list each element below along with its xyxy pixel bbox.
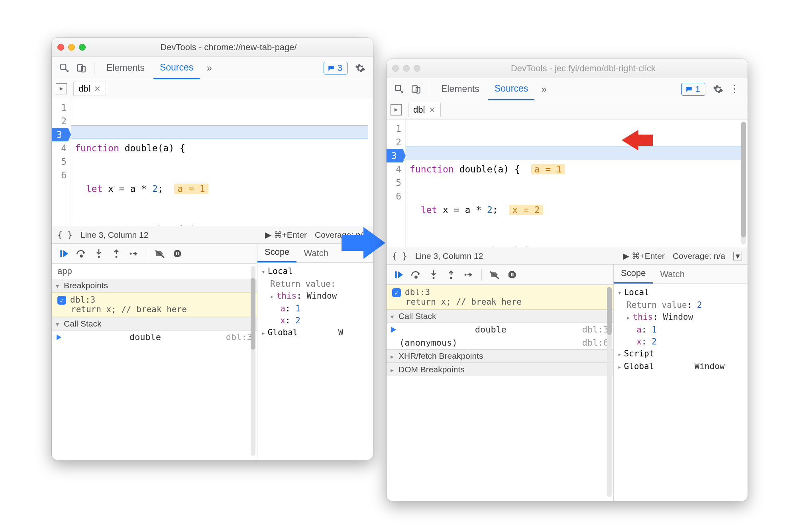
close-icon[interactable]: ✕ — [429, 105, 436, 115]
file-tab-dbl[interactable]: dbl ✕ — [73, 82, 106, 96]
scope-global[interactable]: Global Window — [618, 360, 744, 373]
scope-script[interactable]: Script — [618, 348, 744, 360]
item-app[interactable]: app — [52, 264, 257, 279]
scope-this[interactable]: this: Window — [270, 290, 369, 303]
editor-statusbar: { } Line 3, Column 12 ▶ ⌘+Enter Coverage… — [387, 247, 748, 264]
scope-tree[interactable]: Local Return value: 2 this: Window a: 1 … — [614, 284, 748, 376]
kebab-menu-icon[interactable]: ⋮ — [728, 82, 742, 96]
code-editor[interactable]: 1 2 3 3 4 5 6 function double(a) { a = 1… — [387, 119, 748, 247]
deactivate-breakpoints-icon[interactable] — [152, 246, 168, 262]
step-icon[interactable] — [126, 246, 142, 262]
issues-badge[interactable]: 1 — [681, 83, 705, 96]
braces-icon[interactable]: { } — [392, 251, 407, 261]
sidebar-toggle-icon[interactable]: ▾ — [733, 252, 742, 260]
breakpoints-header[interactable]: Breakpoints — [52, 279, 257, 292]
step-icon[interactable] — [461, 267, 477, 283]
pause-exceptions-icon[interactable] — [504, 267, 520, 283]
scope-tree[interactable]: Local Return value: this: Window a: 1 x:… — [257, 263, 373, 342]
checkbox-checked-icon[interactable]: ✓ — [392, 288, 401, 297]
tab-sources[interactable]: Sources — [153, 57, 200, 79]
line-gutter: 1 2 3 3 4 5 6 — [387, 119, 406, 247]
code-area[interactable]: function double(a) { a = 1 let x = a * 2… — [406, 119, 748, 247]
line-number: 1 — [388, 122, 401, 135]
call-stack-frame[interactable]: double dbl:3 — [387, 323, 613, 336]
scrollbar[interactable] — [251, 266, 255, 456]
step-into-icon[interactable] — [426, 267, 442, 283]
line-number: 4 — [388, 162, 401, 176]
zoom-window-button[interactable] — [414, 65, 420, 72]
close-window-button[interactable] — [57, 44, 64, 51]
resume-icon[interactable] — [56, 246, 72, 262]
tab-scope[interactable]: Scope — [614, 268, 653, 284]
tab-elements[interactable]: Elements — [435, 78, 486, 100]
tab-sources[interactable]: Sources — [488, 78, 534, 100]
gear-icon[interactable] — [711, 82, 725, 96]
tab-scope[interactable]: Scope — [257, 247, 296, 262]
minimize-window-button[interactable] — [68, 44, 75, 51]
red-arrow-icon — [622, 130, 638, 151]
breakpoint-marker[interactable]: 3 — [52, 128, 71, 141]
breakpoint-marker[interactable]: 3 — [387, 149, 406, 162]
more-tabs-icon[interactable]: » — [202, 61, 216, 75]
code-area[interactable]: function double(a) { let x = a * 2; a = … — [71, 98, 373, 226]
checkbox-checked-icon[interactable]: ✓ — [57, 296, 66, 305]
breakpoint-item[interactable]: ✓dbl:3 return x; // break here — [387, 285, 613, 309]
call-stack-header[interactable]: Call Stack — [387, 309, 613, 323]
run-snippet[interactable]: ▶ ⌘+Enter — [265, 230, 307, 240]
step-over-icon[interactable] — [408, 267, 424, 283]
line-number: 5 — [388, 176, 401, 190]
device-toggle-icon[interactable] — [409, 82, 423, 96]
scope-local[interactable]: Local — [261, 265, 369, 278]
zoom-window-button[interactable] — [79, 44, 86, 51]
call-stack-frame[interactable]: double dbl:3 — [52, 331, 257, 344]
scope-this[interactable]: this: Window — [626, 311, 744, 324]
minimize-window-button[interactable] — [403, 65, 410, 72]
step-out-icon[interactable] — [108, 246, 124, 262]
tab-watch[interactable]: Watch — [296, 248, 336, 262]
close-icon[interactable]: ✕ — [94, 84, 101, 94]
navigator-toggle-icon[interactable] — [56, 83, 67, 94]
resume-icon[interactable] — [391, 267, 406, 283]
scrollbar[interactable] — [607, 287, 612, 497]
tab-elements[interactable]: Elements — [100, 57, 151, 79]
step-out-icon[interactable] — [443, 267, 459, 283]
scrollbar[interactable] — [741, 122, 746, 244]
gear-icon[interactable] — [353, 61, 367, 75]
devtools-window-left: DevTools - chrome://new-tab-page/ Elemen… — [52, 38, 373, 460]
inline-value-x: x = 2 — [509, 205, 543, 215]
issues-badge[interactable]: 3 — [324, 62, 347, 74]
pause-exceptions-icon[interactable] — [169, 246, 185, 262]
code-editor[interactable]: 1 2 3 3 4 5 6 function double(a) { let x… — [52, 98, 373, 226]
step-into-icon[interactable] — [91, 246, 107, 262]
scope-local[interactable]: Local — [618, 286, 744, 299]
device-toggle-icon[interactable] — [74, 61, 88, 75]
svg-point-5 — [98, 256, 100, 258]
scope-global[interactable]: Global W — [261, 327, 369, 339]
svg-rect-10 — [178, 252, 179, 255]
execution-line-highlight — [71, 125, 368, 139]
deactivate-breakpoints-icon[interactable] — [487, 267, 503, 283]
debugger-left-panel: app Breakpoints ✓dbl:3 return x; // brea… — [52, 244, 257, 460]
file-tab-dbl[interactable]: dbl ✕ — [408, 103, 441, 117]
inspect-icon[interactable] — [392, 82, 406, 96]
svg-point-17 — [450, 277, 452, 279]
call-stack-header[interactable]: Call Stack — [52, 317, 257, 331]
run-snippet[interactable]: ▶ ⌘+Enter — [623, 251, 665, 261]
dom-breakpoints-header[interactable]: DOM Breakpoints — [387, 363, 613, 376]
execution-line-highlight — [406, 147, 743, 160]
step-over-icon[interactable] — [73, 246, 89, 262]
xhr-breakpoints-header[interactable]: XHR/fetch Breakpoints — [387, 349, 613, 363]
braces-icon[interactable]: { } — [57, 230, 73, 240]
tab-watch[interactable]: Watch — [653, 269, 692, 284]
call-stack-frame[interactable]: (anonymous) dbl:6 — [387, 336, 613, 349]
debugger-pane: ✓dbl:3 return x; // break here Call Stac… — [387, 264, 748, 501]
line-number: 6 — [53, 168, 67, 182]
scope-panel: Scope Watch Local Return value: 2 this: … — [614, 265, 748, 501]
breakpoint-item[interactable]: ✓dbl:3 return x; // break here — [52, 292, 257, 317]
traffic-lights — [57, 44, 86, 51]
inspect-icon[interactable] — [57, 61, 72, 75]
close-window-button[interactable] — [392, 65, 399, 72]
navigator-toggle-icon[interactable] — [391, 104, 402, 115]
scope-return-value: Return value: 2 — [626, 299, 744, 311]
more-tabs-icon[interactable]: » — [537, 82, 551, 96]
